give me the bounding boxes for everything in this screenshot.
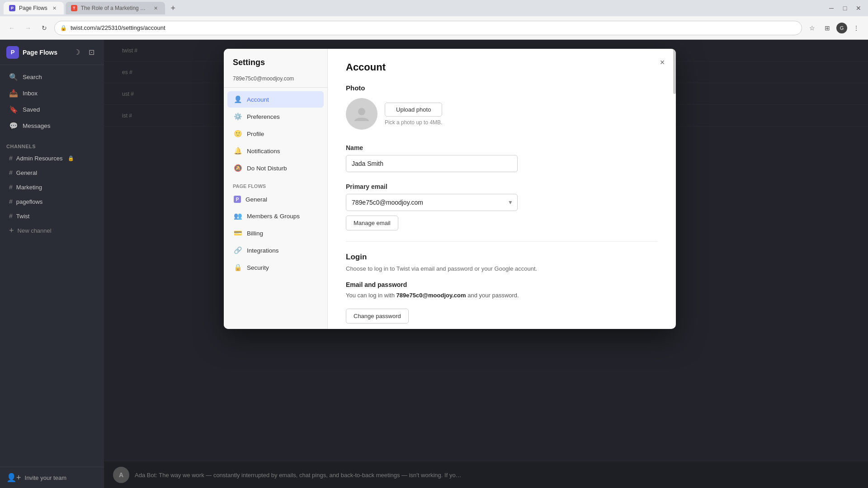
- close-window-button[interactable]: ✕: [853, 2, 864, 14]
- tab-favicon-1: P: [9, 5, 15, 11]
- close-settings-button[interactable]: ×: [656, 56, 669, 69]
- app-area: P Page Flows ☽ ⊡ 🔍 Search 📥 Inbox 🔖 Save…: [0, 40, 868, 488]
- maximize-button[interactable]: □: [839, 2, 851, 14]
- workspace-name: Page Flows: [23, 49, 67, 56]
- browser-chrome: P Page Flows ✕ T The Role of a Marketing…: [0, 0, 868, 40]
- settings-user-email: 789e75c0@moodjoy.com: [224, 73, 327, 88]
- login-title: Login: [346, 253, 658, 262]
- notifications-nav-icon: 🔔: [234, 147, 242, 155]
- name-label: Name: [346, 144, 658, 151]
- settings-nav-security-label: Security: [247, 264, 269, 271]
- forward-button[interactable]: →: [22, 22, 34, 34]
- account-nav-icon: 👤: [234, 95, 242, 103]
- settings-nav-pf-general-label: General: [245, 196, 267, 203]
- photo-area: Upload photo Pick a photo up to 4MB.: [346, 98, 658, 130]
- main-content: twist # es # ust # ist # × Settings 789e…: [104, 40, 868, 488]
- browser-titlebar: P Page Flows ✕ T The Role of a Marketing…: [0, 0, 868, 16]
- scrollbar-thumb[interactable]: [673, 49, 676, 94]
- sidebar-item-marketing[interactable]: # Marketing: [3, 180, 101, 194]
- settings-content-title: Account: [346, 61, 658, 73]
- sidebar-item-messages-label: Messages: [23, 122, 51, 129]
- more-button[interactable]: ⋮: [850, 22, 863, 34]
- settings-nav-account-label: Account: [247, 96, 269, 103]
- toolbar-right: ☆ ⊞ G ⋮: [806, 22, 863, 34]
- hash-icon: #: [9, 155, 13, 162]
- photo-actions: Upload photo Pick a photo up to 4MB.: [385, 103, 442, 126]
- sidebar-item-pageflows[interactable]: # pageflows: [3, 194, 101, 209]
- address-text: twist.com/a/225310/settings/account: [71, 24, 796, 31]
- inbox-icon: 📥: [9, 89, 18, 98]
- moon-icon[interactable]: ☽: [71, 46, 83, 59]
- tab-close-2[interactable]: ✕: [152, 5, 160, 12]
- sidebar-item-general[interactable]: # General: [3, 165, 101, 180]
- invite-team-button[interactable]: 👤+ Invite your team: [6, 473, 98, 483]
- settings-nav-do-not-disturb[interactable]: 🔕 Do Not Disturb: [227, 160, 324, 176]
- sidebar-item-admin-resources[interactable]: # Admin Resources 🔒: [3, 151, 101, 165]
- sidebar-item-saved[interactable]: 🔖 Saved: [3, 101, 101, 117]
- change-password-button[interactable]: Change password: [346, 309, 409, 324]
- settings-nav-billing[interactable]: 💳 Billing: [227, 225, 324, 241]
- sidebar-item-marketing-label: Marketing: [16, 184, 42, 191]
- email-select[interactable]: 789e75c0@moodjoy.com: [346, 194, 518, 211]
- browser-tab-active[interactable]: P Page Flows ✕: [4, 2, 64, 14]
- sidebar-item-messages[interactable]: 💬 Messages: [3, 117, 101, 134]
- profile-button[interactable]: G: [836, 23, 847, 33]
- sidebar-item-inbox[interactable]: 📥 Inbox: [3, 85, 101, 101]
- address-bar[interactable]: 🔒 twist.com/a/225310/settings/account: [54, 21, 802, 35]
- hash-icon-general: #: [9, 169, 13, 176]
- new-channel-label: New channel: [18, 227, 52, 234]
- sidebar-item-twist-label: Twist: [16, 213, 30, 220]
- tab-close-1[interactable]: ✕: [51, 5, 58, 12]
- bookmark-button[interactable]: ☆: [806, 22, 818, 34]
- settings-nav-preferences[interactable]: ⚙️ Preferences: [227, 108, 324, 125]
- channels-section-title: Channels: [0, 137, 104, 151]
- settings-nav-account[interactable]: 👤 Account: [227, 91, 324, 108]
- minimize-button[interactable]: ─: [826, 2, 837, 14]
- admin-lock-icon: 🔒: [68, 155, 74, 161]
- sidebar-item-twist[interactable]: # Twist: [3, 209, 101, 223]
- settings-nav-notifications[interactable]: 🔔 Notifications: [227, 143, 324, 159]
- sidebar: P Page Flows ☽ ⊡ 🔍 Search 📥 Inbox 🔖 Save…: [0, 40, 104, 488]
- hash-icon-marketing: #: [9, 183, 13, 191]
- name-input[interactable]: [346, 155, 518, 172]
- manage-email-button[interactable]: Manage email: [346, 216, 398, 230]
- settings-nav-dnd-label: Do Not Disturb: [247, 165, 287, 172]
- tab-title-1: Page Flows: [19, 5, 47, 11]
- layout-icon[interactable]: ⊡: [85, 46, 98, 59]
- email-select-wrap: 789e75c0@moodjoy.com ▼: [346, 194, 518, 211]
- page-flows-section-title: Page Flows: [224, 177, 327, 191]
- email-password-prefix: You can log in with: [346, 292, 396, 299]
- scrollbar-track: [673, 49, 676, 329]
- sidebar-item-search[interactable]: 🔍 Search: [3, 69, 101, 85]
- divider: [346, 241, 658, 242]
- settings-title: Settings: [224, 49, 327, 73]
- search-icon: 🔍: [9, 73, 18, 81]
- settings-nav-members[interactable]: 👥 Members & Groups: [227, 208, 324, 224]
- new-channel-button[interactable]: + New channel: [3, 223, 101, 238]
- sidebar-item-saved-label: Saved: [23, 106, 40, 113]
- sidebar-item-pageflows-label: pageflows: [16, 198, 43, 205]
- dnd-nav-icon: 🔕: [234, 164, 242, 172]
- tab-title-2: The Role of a Marketing Depar…: [81, 5, 149, 11]
- settings-nav-profile[interactable]: 🙂 Profile: [227, 126, 324, 142]
- settings-nav-integrations[interactable]: 🔗 Integrations: [227, 242, 324, 258]
- upload-photo-button[interactable]: Upload photo: [385, 103, 442, 117]
- extensions-button[interactable]: ⊞: [821, 22, 834, 34]
- new-tab-button[interactable]: +: [167, 2, 179, 14]
- photo-label: Photo: [346, 84, 658, 92]
- email-password-description: You can log in with 789e75c0@moodjoy.com…: [346, 292, 658, 299]
- workspace-icon: P: [6, 46, 19, 59]
- settings-nav-security[interactable]: 🔒 Security: [227, 259, 324, 276]
- invite-label: Invite your team: [25, 474, 67, 481]
- plus-icon: +: [9, 226, 14, 235]
- svg-point-0: [358, 108, 365, 115]
- reload-button[interactable]: ↻: [38, 22, 51, 34]
- hash-icon-twist: #: [9, 212, 13, 220]
- settings-nav-pf-general[interactable]: P General: [227, 192, 324, 207]
- integrations-nav-icon: 🔗: [234, 246, 242, 254]
- billing-nav-icon: 💳: [234, 229, 242, 237]
- browser-tab-inactive[interactable]: T The Role of a Marketing Depar… ✕: [66, 2, 165, 14]
- email-password-suffix: and your password.: [466, 292, 519, 299]
- back-button[interactable]: ←: [5, 22, 18, 34]
- settings-personal-nav: 👤 Account ⚙️ Preferences 🙂 Profile: [224, 91, 327, 176]
